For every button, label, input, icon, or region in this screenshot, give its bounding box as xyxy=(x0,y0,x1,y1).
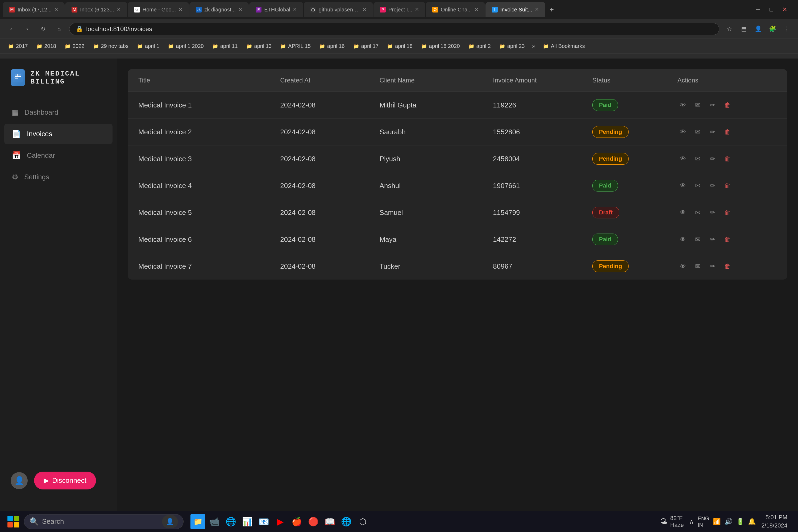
bookmarks-more-icon[interactable]: » xyxy=(530,41,538,51)
tab-gmail-1[interactable]: M Inbox (17,12... ✕ xyxy=(3,2,65,17)
more-menu-icon[interactable]: ⋮ xyxy=(781,23,793,35)
view-icon[interactable]: 👁 xyxy=(678,153,688,164)
tab-zk[interactable]: zk zk diagnost... ✕ xyxy=(189,2,249,17)
bookmark-2017[interactable]: 📁2017 xyxy=(4,41,32,51)
bookmark-apr1[interactable]: 📁april 1 xyxy=(133,41,163,51)
battery-icon[interactable]: 🔋 xyxy=(736,518,744,525)
sidebar-item-calendar[interactable]: 📅 Calendar xyxy=(4,145,113,166)
disconnect-button[interactable]: ▶ Disconnect xyxy=(34,472,96,490)
view-icon[interactable]: 👁 xyxy=(678,180,688,191)
view-icon[interactable]: 👁 xyxy=(678,234,688,245)
tab-close-icon[interactable]: ✕ xyxy=(293,7,297,13)
bookmark-apr15[interactable]: 📁APRIL 15 xyxy=(277,41,315,51)
tray-up-arrow-icon[interactable]: ∧ xyxy=(689,518,694,525)
delete-icon[interactable]: 🗑 xyxy=(722,153,733,164)
bookmark-apr12020[interactable]: 📁april 1 2020 xyxy=(164,41,208,51)
bookmark-all[interactable]: 📁All Bookmarks xyxy=(539,41,589,51)
email-icon[interactable]: ✉ xyxy=(692,234,703,245)
edit-icon[interactable]: ✏ xyxy=(707,234,718,245)
close-button[interactable]: ✕ xyxy=(779,4,790,15)
notification-icon[interactable]: 🔔 xyxy=(748,518,756,525)
screenshot-icon[interactable]: ⬒ xyxy=(738,23,749,35)
taskbar-search-bar[interactable]: 🔍 Search 👤 xyxy=(24,514,184,529)
bookmark-icon[interactable]: ☆ xyxy=(723,23,735,35)
edit-icon[interactable]: ✏ xyxy=(707,261,718,271)
language-icon[interactable]: ENG IN xyxy=(698,515,709,528)
tab-close-icon[interactable]: ✕ xyxy=(535,7,539,13)
home-button[interactable]: ⌂ xyxy=(53,23,65,35)
tab-close-icon[interactable]: ✕ xyxy=(117,7,121,13)
start-button[interactable] xyxy=(5,514,21,530)
new-tab-button[interactable]: + xyxy=(546,4,557,15)
minimize-button[interactable]: ─ xyxy=(753,4,763,15)
taskbar-app4-icon[interactable]: 📊 xyxy=(240,514,255,529)
bookmark-apr11[interactable]: 📁april 11 xyxy=(209,41,242,51)
bookmark-29nov[interactable]: 📁29 nov tabs xyxy=(89,41,132,51)
taskbar-app3-icon[interactable]: 🌐 xyxy=(224,514,238,529)
sidebar-item-invoices[interactable]: 📄 Invoices xyxy=(4,124,113,144)
delete-icon[interactable]: 🗑 xyxy=(722,180,733,191)
edit-icon[interactable]: ✏ xyxy=(707,127,718,137)
view-icon[interactable]: 👁 xyxy=(678,100,688,110)
maximize-button[interactable]: □ xyxy=(766,4,777,15)
delete-icon[interactable]: 🗑 xyxy=(722,127,733,137)
edit-icon[interactable]: ✏ xyxy=(707,207,718,218)
bookmark-2022[interactable]: 📁2022 xyxy=(61,41,88,51)
address-bar[interactable]: 🔒 localhost:8100/invoices xyxy=(69,23,719,35)
delete-icon[interactable]: 🗑 xyxy=(722,100,733,110)
delete-icon[interactable]: 🗑 xyxy=(722,261,733,271)
bookmark-2018[interactable]: 📁2018 xyxy=(33,41,60,51)
edit-icon[interactable]: ✏ xyxy=(707,153,718,164)
tab-online-char[interactable]: O Online Cha... ✕ xyxy=(426,2,485,17)
email-icon[interactable]: ✉ xyxy=(692,261,703,271)
taskbar-chrome-icon[interactable]: 🌐 xyxy=(339,514,354,529)
view-icon[interactable]: 👁 xyxy=(678,261,688,271)
tab-project[interactable]: P Project I... ✕ xyxy=(374,2,425,17)
volume-icon[interactable]: 🔊 xyxy=(725,518,733,525)
profile-icon[interactable]: 👤 xyxy=(752,23,764,35)
bookmark-apr2[interactable]: 📁april 2 xyxy=(465,41,494,51)
delete-icon[interactable]: 🗑 xyxy=(722,234,733,245)
taskbar-reddit-icon[interactable]: 🔴 xyxy=(306,514,321,529)
edit-icon[interactable]: ✏ xyxy=(707,180,718,191)
taskbar-zoom-icon[interactable]: 📹 xyxy=(207,514,222,529)
forward-button[interactable]: › xyxy=(21,23,33,35)
taskbar-apple-icon[interactable]: 🍎 xyxy=(289,514,304,529)
extensions-icon[interactable]: 🧩 xyxy=(766,23,778,35)
bookmark-apr18[interactable]: 📁april 18 xyxy=(383,41,416,51)
tab-close-icon[interactable]: ✕ xyxy=(475,7,478,13)
taskbar-youtube-icon[interactable]: ▶ xyxy=(273,514,288,529)
bookmark-apr182020[interactable]: 📁april 18 2020 xyxy=(417,41,464,51)
tab-gmail-2[interactable]: M Inbox (6,123... ✕ xyxy=(65,2,127,17)
delete-icon[interactable]: 🗑 xyxy=(722,207,733,218)
tab-close-icon[interactable]: ✕ xyxy=(415,7,419,13)
tab-github[interactable]: ⬡ github vplasencia/... ✕ xyxy=(304,2,373,17)
back-button[interactable]: ‹ xyxy=(5,23,17,35)
tab-close-icon[interactable]: ✕ xyxy=(238,7,242,13)
tab-eth[interactable]: E ETHGlobal ✕ xyxy=(249,2,303,17)
bookmark-apr13[interactable]: 📁april 13 xyxy=(243,41,276,51)
bookmark-apr16[interactable]: 📁april 16 xyxy=(316,41,348,51)
view-icon[interactable]: 👁 xyxy=(678,127,688,137)
edit-icon[interactable]: ✏ xyxy=(707,100,718,110)
taskbar-app-special-icon[interactable]: ⬡ xyxy=(355,514,370,529)
taskbar-files-icon[interactable]: 📁 xyxy=(190,514,205,529)
tab-close-icon[interactable]: ✕ xyxy=(363,7,366,13)
tab-close-icon[interactable]: ✕ xyxy=(54,7,58,13)
taskbar-datetime[interactable]: 5:01 PM 2/18/2024 xyxy=(761,513,787,530)
email-icon[interactable]: ✉ xyxy=(692,180,703,191)
bookmark-apr23[interactable]: 📁april 23 xyxy=(496,41,529,51)
taskbar-wiki-icon[interactable]: 📖 xyxy=(322,514,337,529)
reload-button[interactable]: ↻ xyxy=(37,23,49,35)
email-icon[interactable]: ✉ xyxy=(692,207,703,218)
tab-invoice[interactable]: I Invoice Suit... ✕ xyxy=(486,2,545,17)
tab-google[interactable]: G Home - Goo... ✕ xyxy=(128,2,189,17)
sidebar-item-dashboard[interactable]: ▦ Dashboard xyxy=(4,102,113,122)
email-icon[interactable]: ✉ xyxy=(692,127,703,137)
tab-close-icon[interactable]: ✕ xyxy=(178,7,183,13)
email-icon[interactable]: ✉ xyxy=(692,100,703,110)
taskbar-app5-icon[interactable]: 📧 xyxy=(256,514,271,529)
view-icon[interactable]: 👁 xyxy=(678,207,688,218)
sidebar-item-settings[interactable]: ⚙ Settings xyxy=(4,167,113,187)
wifi-icon[interactable]: 📶 xyxy=(713,518,721,525)
